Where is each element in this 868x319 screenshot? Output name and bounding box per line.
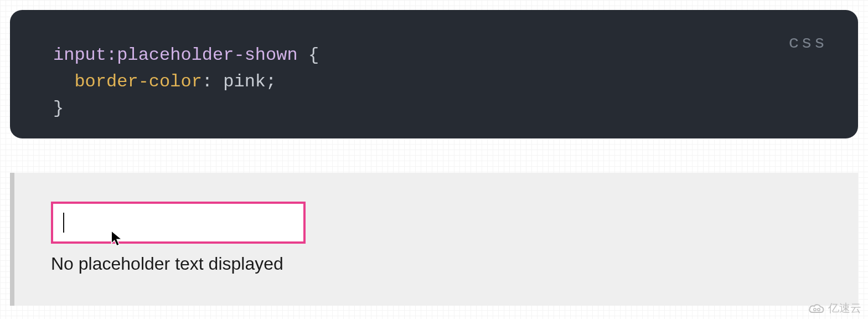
cloud-icon — [808, 302, 825, 315]
code-block: css input:placeholder-shown { border-col… — [10, 10, 858, 138]
text-caret — [63, 213, 64, 233]
demo-block: No placeholder text displayed — [10, 173, 858, 306]
watermark: 亿速云 — [808, 301, 861, 316]
code-line-2: border-color: pink; — [53, 69, 815, 95]
svg-point-1 — [818, 308, 820, 310]
code-value: pink — [223, 71, 266, 92]
code-close-brace: } — [53, 98, 64, 119]
code-indent — [53, 71, 74, 92]
demo-caption: No placeholder text displayed — [51, 254, 822, 274]
code-semicolon: ; — [266, 71, 276, 92]
code-line-1: input:placeholder-shown { — [53, 42, 815, 69]
code-selector: input:placeholder-shown — [53, 45, 298, 65]
code-language-label: css — [788, 30, 827, 56]
demo-input[interactable] — [51, 202, 306, 244]
code-line-3: } — [53, 95, 815, 122]
svg-point-0 — [814, 308, 816, 310]
code-colon: : — [202, 71, 223, 92]
code-property: border-color — [74, 71, 202, 92]
watermark-text: 亿速云 — [828, 301, 861, 316]
code-open-brace: { — [298, 45, 319, 65]
